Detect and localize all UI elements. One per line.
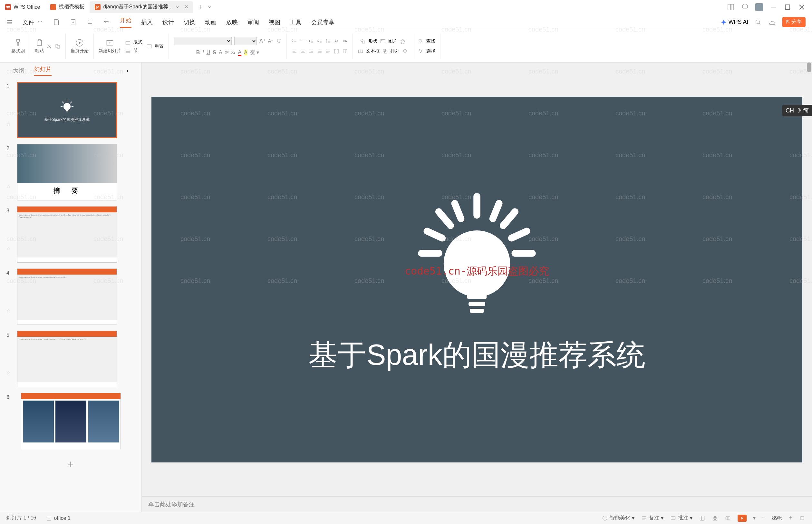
increase-font-icon[interactable]: A⁺ [260,38,266,44]
notes-button[interactable]: 备注 ▾ [641,515,663,521]
close-tab-icon[interactable]: × [185,3,188,10]
share-button[interactable]: ⇱ 分享 [782,17,806,27]
document-tab[interactable]: P django基于Spark的国漫推荐... × [89,1,193,13]
menu-review[interactable]: 审阅 [247,18,259,26]
export-icon[interactable] [70,19,77,26]
section-icon[interactable] [125,48,131,53]
zoom-level[interactable]: 89% [772,515,782,521]
font-size-select[interactable] [234,37,257,45]
comments-button[interactable]: 批注 ▾ [670,515,693,521]
superscript-icon[interactable]: X² [225,50,229,55]
window-layout-icon[interactable] [727,3,735,11]
from-current-button[interactable]: 当页开始 [70,39,88,54]
save-icon[interactable] [53,19,60,26]
reset-label[interactable]: 重置 [155,44,164,49]
text-orientation-icon[interactable]: IIA [342,38,348,44]
italic-icon[interactable]: I [202,50,204,55]
minimize-icon[interactable] [769,3,777,11]
decrease-indent-icon[interactable] [308,38,314,44]
reading-view-icon[interactable] [725,515,731,521]
menu-transition[interactable]: 切换 [184,18,195,26]
font-color-icon[interactable]: A [238,49,242,56]
menu-design[interactable]: 设计 [162,18,174,26]
menu-view[interactable]: 视图 [269,18,280,26]
clear-format-icon[interactable] [276,38,282,44]
undo-icon[interactable] [103,19,110,26]
normal-view-icon[interactable] [699,515,705,521]
print-icon[interactable] [86,19,94,26]
format-brush-icon[interactable] [14,38,22,47]
menu-icon[interactable] [6,19,13,26]
underline-icon[interactable]: U [206,50,211,55]
line-spacing-icon[interactable] [325,38,331,44]
sorter-view-icon[interactable] [712,515,718,521]
layout-label[interactable]: 版式 [133,39,143,45]
bold-icon[interactable]: B [196,50,200,55]
search-icon[interactable] [755,19,761,26]
align-justify-icon[interactable] [317,48,322,54]
template-tab[interactable]: 找稻壳模板 [45,1,89,13]
align-left-icon[interactable] [292,48,297,54]
highlight-icon[interactable]: A [244,50,247,55]
cut-icon[interactable] [46,44,52,49]
close-icon[interactable] [798,3,806,11]
copy-icon[interactable] [55,44,61,49]
bullets-icon[interactable] [292,38,297,44]
align-right-icon[interactable] [308,48,314,54]
strikethrough-icon[interactable]: S [213,50,216,55]
layout-icon[interactable] [125,39,131,45]
chevron-down-icon[interactable]: ﹀ [37,18,43,26]
maximize-icon[interactable] [784,3,791,11]
align-center-icon[interactable] [300,48,306,54]
font-family-select[interactable] [174,37,232,45]
fit-view-icon[interactable] [799,515,806,521]
menu-slideshow[interactable]: 放映 [226,18,238,26]
subscript-icon[interactable]: X₂ [231,50,235,55]
select-button[interactable]: 选择 [426,48,435,54]
file-menu[interactable]: 文件 [22,18,34,26]
columns-icon[interactable] [333,48,339,54]
decrease-font-icon[interactable]: A⁻ [268,38,273,44]
svg-point-25 [292,39,293,40]
cube-icon[interactable] [741,3,749,11]
menu-animation[interactable]: 动画 [205,18,217,26]
increase-indent-icon[interactable] [317,38,322,44]
align-top-icon[interactable] [342,48,348,54]
slideshow-button[interactable] [738,515,747,522]
menu-start[interactable]: 开始 [120,16,131,28]
paste-button[interactable]: 粘贴 [35,39,44,54]
section-label[interactable]: 节 [133,48,138,53]
find-button[interactable]: 查找 [426,38,435,44]
new-tab-button[interactable]: + [193,3,207,11]
text-direction-icon[interactable]: A↕ [333,38,339,44]
zoom-in-button[interactable]: + [789,514,793,522]
user-avatar[interactable] [755,3,763,11]
dropdown-icon[interactable] [175,4,180,10]
textbox-button[interactable]: 文本框 [366,48,380,54]
arrange-button[interactable]: 排列 [391,48,400,54]
cloud-icon[interactable] [768,18,776,26]
wps-ai-button[interactable]: WPS AI [720,19,748,26]
svg-rect-44 [385,51,387,53]
beautify-button[interactable]: 智能美化 ▾ [601,515,634,521]
ime-mode: 简 [803,107,809,114]
shape-button[interactable]: 形状 [368,38,377,44]
numbering-icon[interactable]: 1 [300,38,306,44]
zoom-out-button[interactable]: − [762,514,766,522]
menu-insert[interactable]: 插入 [141,18,153,26]
fill-icon[interactable] [402,48,408,54]
new-slide-button[interactable]: 新建幻灯片 [99,39,121,54]
app-tab[interactable]: WPS Office [0,1,45,13]
menu-vip[interactable]: 会员专享 [311,18,334,26]
picture-button[interactable]: 图片 [388,38,397,44]
tab-menu-icon[interactable] [207,5,212,9]
text-shadow-icon[interactable]: A [219,50,222,55]
style-icon[interactable] [400,38,406,44]
svg-rect-9 [88,20,91,21]
menu-tools[interactable]: 工具 [290,18,302,26]
app-name: WPS Office [14,4,40,10]
reset-icon[interactable] [146,44,152,49]
change-case-icon[interactable]: 变 ▾ [250,49,259,56]
distribute-icon[interactable] [325,48,331,54]
slideshow-dropdown[interactable]: ▾ [753,515,756,521]
